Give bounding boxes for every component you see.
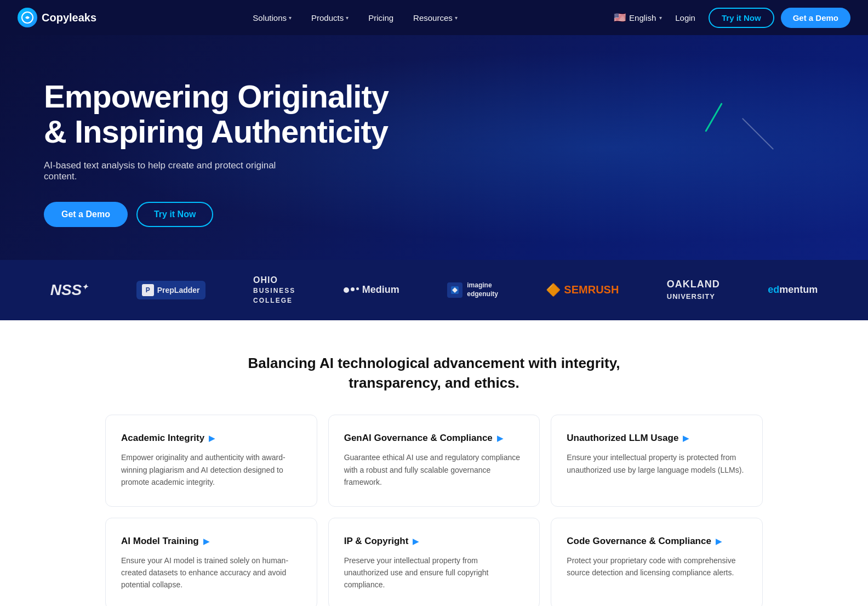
partner-edgenuity: imagineedgenuity bbox=[447, 281, 498, 298]
card-title-code-governance: Code Governance & Compliance ▶ bbox=[567, 536, 747, 547]
logo-icon bbox=[18, 8, 37, 27]
card-arrow-icon: ▶ bbox=[683, 434, 689, 443]
cards-grid: Academic Integrity ▶ Empower originality… bbox=[105, 415, 763, 606]
card-desc-academic-integrity: Empower originality and authenticity wit… bbox=[121, 451, 301, 488]
partner-prepladder: P PrepLadder bbox=[136, 281, 205, 299]
partner-oakland: OAKLANDUNIVERSITY bbox=[667, 279, 720, 302]
card-academic-integrity[interactable]: Academic Integrity ▶ Empower originality… bbox=[105, 415, 317, 506]
card-title-unauthorized-llm: Unauthorized LLM Usage ▶ bbox=[567, 433, 747, 444]
decorative-line-2 bbox=[742, 118, 774, 150]
hero-section: Empowering Originality & Inspiring Authe… bbox=[0, 35, 868, 260]
card-title-ip-copyright: IP & Copyright ▶ bbox=[344, 536, 524, 547]
resources-chevron-icon: ▾ bbox=[455, 15, 458, 21]
hero-title: Empowering Originality & Inspiring Authe… bbox=[44, 79, 455, 149]
flag-icon: 🇺🇸 bbox=[614, 12, 626, 24]
balancing-title: Balancing AI technological advancement w… bbox=[242, 353, 626, 393]
language-selector[interactable]: 🇺🇸 English ▾ bbox=[614, 12, 662, 24]
card-title-genai-governance: GenAI Governance & Compliance ▶ bbox=[344, 433, 524, 444]
hero-content: Empowering Originality & Inspiring Authe… bbox=[44, 79, 455, 227]
card-arrow-icon: ▶ bbox=[413, 537, 419, 546]
card-arrow-icon: ▶ bbox=[203, 537, 209, 546]
language-chevron-icon: ▾ bbox=[659, 15, 662, 21]
card-desc-ip-copyright: Preserve your intellectual property from… bbox=[344, 554, 524, 591]
card-arrow-icon: ▶ bbox=[209, 434, 215, 443]
get-demo-button-nav[interactable]: Get a Demo bbox=[781, 8, 850, 28]
partner-nss: NSS✦ bbox=[50, 281, 89, 299]
nav-resources[interactable]: Resources ▾ bbox=[406, 9, 465, 27]
partner-semrush: 🔶 SEMRUSH bbox=[546, 283, 619, 297]
card-title-academic-integrity: Academic Integrity ▶ bbox=[121, 433, 301, 444]
logo[interactable]: Copyleaks bbox=[18, 8, 96, 27]
hero-buttons: Get a Demo Try it Now bbox=[44, 202, 455, 227]
hero-try-button[interactable]: Try it Now bbox=[136, 202, 213, 227]
logo-text: Copyleaks bbox=[42, 12, 96, 24]
partner-edmentum: edmentum bbox=[768, 284, 818, 296]
card-ip-copyright[interactable]: IP & Copyright ▶ Preserve your intellect… bbox=[328, 518, 540, 606]
card-ai-model-training[interactable]: AI Model Training ▶ Ensure your AI model… bbox=[105, 518, 317, 606]
partner-ohio: OHIOBUSINESSCOLLEGE bbox=[253, 275, 295, 305]
card-arrow-icon: ▶ bbox=[497, 434, 503, 443]
solutions-chevron-icon: ▾ bbox=[289, 15, 292, 21]
partners-strip: NSS✦ P PrepLadder OHIOBUSINESSCOLLEGE Me… bbox=[0, 260, 868, 320]
navbar: Copyleaks Solutions ▾ Products ▾ Pricing… bbox=[0, 0, 868, 35]
nav-right: 🇺🇸 English ▾ Login Try it Now Get a Demo bbox=[614, 8, 850, 28]
card-desc-unauthorized-llm: Ensure your intellectual property is pro… bbox=[567, 451, 747, 476]
card-title-ai-model-training: AI Model Training ▶ bbox=[121, 536, 301, 547]
card-unauthorized-llm[interactable]: Unauthorized LLM Usage ▶ Ensure your int… bbox=[551, 415, 763, 506]
card-arrow-icon: ▶ bbox=[716, 537, 722, 546]
decorative-line-1 bbox=[705, 103, 723, 132]
login-button[interactable]: Login bbox=[669, 9, 702, 27]
try-now-button[interactable]: Try it Now bbox=[709, 8, 774, 28]
products-chevron-icon: ▾ bbox=[346, 15, 349, 21]
balancing-section: Balancing AI technological advancement w… bbox=[0, 320, 868, 606]
nav-products[interactable]: Products ▾ bbox=[304, 9, 356, 27]
card-code-governance[interactable]: Code Governance & Compliance ▶ Protect y… bbox=[551, 518, 763, 606]
hero-subtitle: AI-based text analysis to help create an… bbox=[44, 160, 296, 182]
nav-solutions[interactable]: Solutions ▾ bbox=[245, 9, 299, 27]
nav-links: Solutions ▾ Products ▾ Pricing Resources… bbox=[245, 9, 465, 27]
card-genai-governance[interactable]: GenAI Governance & Compliance ▶ Guarante… bbox=[328, 415, 540, 506]
card-desc-code-governance: Protect your proprietary code with compr… bbox=[567, 554, 747, 579]
hero-demo-button[interactable]: Get a Demo bbox=[44, 202, 128, 227]
nav-pricing[interactable]: Pricing bbox=[361, 9, 401, 27]
partner-medium: Medium bbox=[344, 284, 399, 296]
card-desc-genai-governance: Guarantee ethical AI use and regulatory … bbox=[344, 451, 524, 488]
card-desc-ai-model-training: Ensure your AI model is trained solely o… bbox=[121, 554, 301, 591]
